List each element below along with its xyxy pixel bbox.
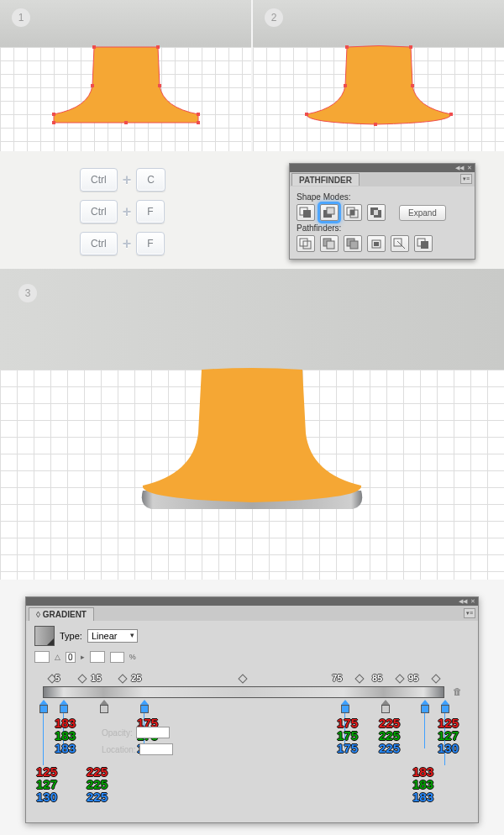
close-icon[interactable]: ✕ [470, 598, 475, 605]
svg-rect-0 [92, 45, 96, 49]
svg-rect-34 [394, 239, 402, 246]
midpoint-label: 15 [91, 673, 101, 683]
crop-button[interactable] [367, 235, 386, 252]
minus-front-button[interactable] [320, 204, 339, 221]
panel-menu-icon[interactable]: ▾≡ [460, 174, 472, 184]
expand-button[interactable]: Expand [399, 205, 446, 221]
angle-input[interactable]: 0 [66, 652, 76, 663]
svg-rect-8 [124, 121, 128, 124]
midpoint-diamond[interactable] [354, 674, 364, 683]
gradient-stops[interactable] [43, 700, 444, 713]
pathfinders-label: Pathfinders: [297, 223, 468, 233]
instructions-row: Ctrl + C Ctrl + F Ctrl + F ◀◀ ✕ PATHFIND… [0, 151, 504, 269]
canvas-step-2[interactable]: 2 [253, 0, 504, 151]
svg-rect-12 [411, 84, 414, 87]
gradient-stop-5[interactable] [59, 700, 69, 713]
key-ctrl: Ctrl [80, 200, 118, 223]
svg-rect-1 [156, 45, 160, 49]
midpoint-label: 95 [408, 673, 418, 683]
unite-button[interactable] [297, 204, 315, 221]
midpoint-diamond[interactable] [118, 674, 127, 683]
shortcut-copy: Ctrl + C [80, 168, 165, 192]
svg-rect-25 [374, 210, 378, 215]
panel-menu-icon[interactable]: ▾≡ [464, 608, 475, 618]
minus-back-button[interactable] [414, 235, 433, 252]
midpoint-diamond[interactable] [77, 674, 87, 683]
midpoint-label: 85 [372, 673, 382, 683]
plus-icon: + [123, 171, 132, 189]
midpoint-label: 75 [332, 673, 342, 683]
percent-label: % [129, 653, 136, 661]
collapse-icon[interactable]: ◀◀ [459, 598, 467, 605]
step-badge-1: 1 [12, 8, 30, 27]
svg-rect-31 [350, 241, 358, 249]
midpoint-label: 5 [55, 673, 60, 683]
step-badge-2: 2 [265, 8, 283, 27]
svg-rect-6 [52, 121, 55, 124]
opacity-field[interactable]: Opacity: [102, 727, 170, 738]
midpoint-row[interactable]: 5 15 25 75 85 95 [43, 675, 444, 685]
aspect-button[interactable] [90, 651, 105, 663]
midpoint-diamond[interactable] [431, 674, 440, 683]
gradient-preview-swatch[interactable] [34, 626, 55, 646]
panel-titlebar[interactable]: ◀◀ ✕ [26, 597, 478, 606]
key-f: F [136, 232, 164, 255]
rgb-stop-75: 175175175 [337, 717, 358, 754]
divide-button[interactable] [297, 235, 315, 252]
svg-rect-5 [197, 113, 200, 116]
gradient-stop-95[interactable] [420, 700, 430, 713]
svg-rect-15 [374, 123, 377, 126]
trash-icon[interactable]: 🗑 [451, 686, 463, 698]
rgb-stop-15: 225225225 [87, 765, 108, 803]
gradient-stop-85[interactable] [381, 700, 391, 713]
gradient-bar[interactable] [43, 686, 444, 698]
rgb-stop-95: 183183183 [412, 765, 433, 803]
trim-button[interactable] [320, 235, 339, 252]
stand-shape-editing-2[interactable] [297, 40, 461, 129]
close-icon[interactable]: ✕ [467, 165, 472, 171]
gradient-type-dropdown[interactable]: Linear [87, 629, 139, 643]
gradient-tab[interactable]: ◊ GRADIENT [29, 607, 94, 621]
pathfinder-panel[interactable]: ◀◀ ✕ PATHFINDER ▾≡ Shape Modes: Expand P… [289, 163, 475, 260]
rgb-stop-5: 183183183 [55, 717, 76, 754]
panel-titlebar[interactable]: ◀◀ ✕ [290, 164, 475, 172]
gradient-stop-100[interactable] [440, 700, 450, 713]
svg-rect-22 [350, 210, 354, 215]
gradient-slider[interactable]: 5 15 25 75 85 95 🗑 [34, 675, 470, 784]
midpoint-diamond[interactable] [395, 674, 404, 683]
gradient-stop-0[interactable] [39, 700, 49, 713]
plus-icon: + [123, 235, 132, 253]
rgb-stop-0: 125127130 [36, 765, 57, 803]
merge-button[interactable] [344, 235, 362, 252]
canvas-step-1[interactable]: 1 [0, 0, 251, 151]
gradient-stop-25[interactable] [139, 700, 150, 713]
svg-rect-9 [345, 45, 349, 49]
key-ctrl: Ctrl [80, 232, 118, 255]
key-f: F [136, 200, 164, 223]
midpoint-diamond[interactable] [239, 674, 248, 683]
step-canvases: 1 2 [0, 0, 504, 151]
pathfinder-tab[interactable]: PATHFINDER [291, 173, 360, 186]
exclude-button[interactable] [367, 204, 386, 221]
intersect-button[interactable] [344, 204, 362, 221]
stand-shape-editing[interactable] [44, 40, 208, 129]
reverse-gradient-button[interactable] [34, 651, 50, 663]
keyboard-shortcuts: Ctrl + C Ctrl + F Ctrl + F [80, 168, 165, 255]
shortcut-paste-front-2: Ctrl + F [80, 232, 165, 255]
gradient-stop-15[interactable] [99, 700, 109, 713]
shape-modes-label: Shape Modes: [297, 192, 468, 202]
monitor-bezel-large [0, 269, 504, 370]
canvas-step-3[interactable]: 3 [0, 269, 504, 580]
gradient-stop-75[interactable] [340, 700, 350, 713]
midpoint-label: 25 [131, 673, 141, 683]
svg-rect-3 [158, 84, 161, 87]
collapse-icon[interactable]: ◀◀ [455, 165, 464, 171]
svg-rect-11 [344, 84, 347, 87]
location-field[interactable]: Location: [102, 743, 173, 755]
svg-rect-19 [327, 207, 334, 214]
gradient-panel[interactable]: ◀◀ ✕ ◊ GRADIENT ▾≡ Type: Linear △ 0 ▸ % … [25, 596, 479, 823]
outline-button[interactable] [391, 235, 409, 252]
svg-rect-10 [409, 45, 412, 49]
stand-shape-final[interactable] [118, 356, 386, 516]
percent-input[interactable] [110, 652, 124, 663]
